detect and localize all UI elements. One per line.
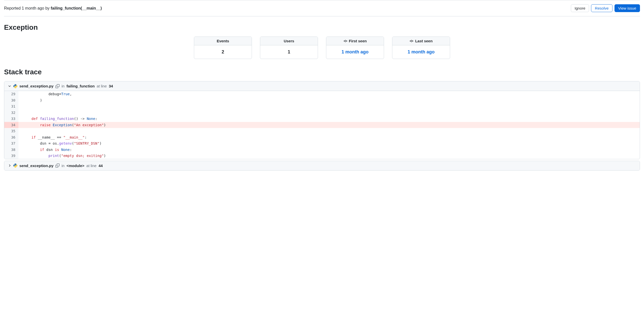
python-icon: [13, 84, 17, 88]
line-content: [18, 128, 640, 134]
line-content: debug=True,: [18, 91, 640, 97]
copy-icon[interactable]: [55, 84, 60, 88]
frame-in-text: in: [62, 84, 65, 88]
frame-line-number: 34: [109, 84, 113, 88]
line-number: 37: [4, 140, 18, 147]
frame-in-text: in: [62, 164, 65, 168]
line-number: 35: [4, 128, 18, 134]
frame-filename: send_exception.py: [19, 164, 53, 168]
stat-value: 1: [260, 45, 318, 59]
chevron-right-icon[interactable]: [8, 164, 11, 167]
line-content: if __name__ == "__main__":: [18, 134, 640, 141]
stats-row: Events2Users1First seen1 month agoLast s…: [4, 37, 640, 59]
line-content: [18, 110, 640, 116]
stat-card: First seen1 month ago: [326, 37, 384, 59]
stack-frame: send_exception.pyinfailing_functionat li…: [4, 81, 640, 159]
stack-frame: send_exception.pyin<module>at line44: [4, 161, 640, 171]
code-line: 39 print("empty dsn; exiting"): [4, 153, 640, 159]
frame-line-number: 44: [99, 164, 103, 168]
reported-by-source: failing_function(__main__): [51, 6, 102, 10]
code-line: 35: [4, 128, 640, 134]
code-line: 36 if __name__ == "__main__":: [4, 134, 640, 141]
line-number: 29: [4, 91, 18, 97]
code-line: 30 ): [4, 97, 640, 104]
line-number: 32: [4, 110, 18, 116]
line-number: 33: [4, 116, 18, 122]
stacktrace-frames: send_exception.pyinfailing_functionat li…: [4, 81, 640, 171]
frame-header[interactable]: send_exception.pyinfailing_functionat li…: [4, 81, 640, 91]
exception-title: Exception: [4, 23, 640, 31]
line-content: def failing_function() -> None:: [18, 116, 640, 122]
frame-filename: send_exception.py: [19, 84, 53, 88]
line-content: if dsn is None:: [18, 147, 640, 153]
stat-header: Last seen: [392, 37, 450, 45]
code-line: 38 if dsn is None:: [4, 147, 640, 153]
stat-header: Events: [194, 37, 252, 45]
line-content: raise Exception("An exception"): [18, 122, 640, 128]
issue-header: Reported 1 month ago by failing_function…: [4, 0, 640, 16]
stacktrace-title: Stack trace: [4, 68, 640, 76]
frame-function: failing_function: [67, 84, 95, 88]
line-number: 36: [4, 134, 18, 141]
code-line: 37 dsn = os.getenv("SENTRY_DSN"): [4, 140, 640, 147]
commit-icon: [409, 39, 414, 43]
stat-label: First seen: [349, 39, 367, 43]
line-number: 31: [4, 103, 18, 110]
code-line: 34 raise Exception("An exception"): [4, 122, 640, 128]
stat-card: Events2: [194, 37, 252, 59]
frame-function: <module>: [67, 164, 84, 168]
code-line: 29 debug=True,: [4, 91, 640, 97]
reported-by-text: Reported 1 month ago by failing_function…: [4, 6, 102, 11]
view-issue-button[interactable]: View issue: [614, 4, 640, 12]
stat-card: Last seen1 month ago: [392, 37, 450, 59]
code-line: 33 def failing_function() -> None:: [4, 116, 640, 122]
line-number: 34: [4, 122, 18, 128]
ignore-button[interactable]: Ignore: [571, 4, 589, 12]
reported-prefix: Reported 1 month ago by: [4, 6, 51, 10]
commit-icon: [343, 39, 347, 43]
stat-label: Last seen: [415, 39, 432, 43]
frame-atline-text: at line: [86, 164, 97, 168]
stat-value: 2: [194, 45, 252, 59]
chevron-down-icon[interactable]: [8, 84, 11, 88]
line-number: 39: [4, 153, 18, 159]
stat-card: Users1: [260, 37, 318, 59]
stat-value[interactable]: 1 month ago: [326, 45, 384, 59]
stat-header: First seen: [326, 37, 384, 45]
resolve-button[interactable]: Resolve: [591, 4, 612, 12]
action-buttons: Ignore Resolve View issue: [571, 4, 640, 12]
stat-label: Events: [217, 39, 229, 43]
stat-value[interactable]: 1 month ago: [392, 45, 450, 59]
line-content: ): [18, 97, 640, 104]
line-content: dsn = os.getenv("SENTRY_DSN"): [18, 140, 640, 147]
python-icon: [13, 164, 17, 168]
frame-atline-text: at line: [97, 84, 107, 88]
line-number: 38: [4, 147, 18, 153]
stat-header: Users: [260, 37, 318, 45]
line-content: print("empty dsn; exiting"): [18, 153, 640, 159]
code-block: 29 debug=True,30 )313233 def failing_fun…: [4, 91, 640, 159]
code-line: 31: [4, 103, 640, 110]
frame-header[interactable]: send_exception.pyin<module>at line44: [4, 161, 640, 170]
copy-icon[interactable]: [55, 164, 60, 168]
line-number: 30: [4, 97, 18, 104]
code-line: 32: [4, 110, 640, 116]
line-content: [18, 103, 640, 110]
stat-label: Users: [284, 39, 294, 43]
